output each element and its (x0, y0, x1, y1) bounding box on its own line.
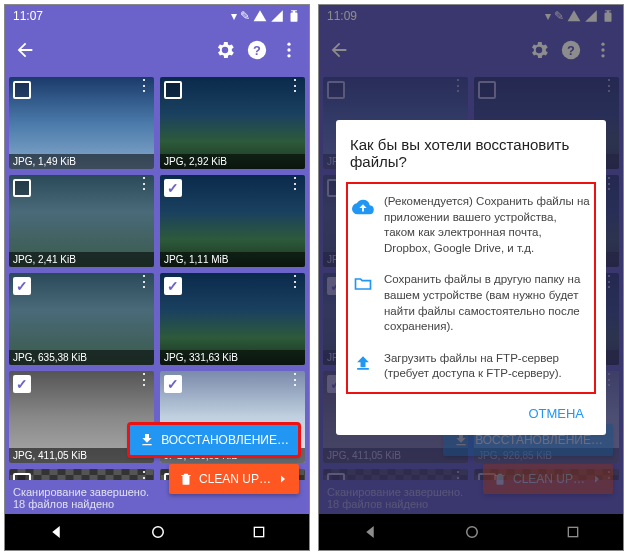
svg-point-9 (601, 43, 604, 46)
help-icon[interactable]: ? (559, 38, 583, 62)
dialog-title: Как бы вы хотели восстановить файлы? (350, 136, 592, 170)
tile-more-icon[interactable]: ⋮ (287, 179, 303, 189)
tile-more-icon[interactable]: ⋮ (287, 277, 303, 287)
status-footer: Сканирование завершено. 18 файлов найден… (319, 480, 623, 514)
status-line2: 18 файлов найдено (13, 498, 301, 510)
status-time: 11:07 (13, 9, 43, 23)
cleanup-label: CLEAN UP… (199, 472, 271, 486)
restore-label: ВОССТАНОВЛЕНИЕ… (475, 433, 603, 447)
cleanup-button[interactable]: CLEAN UP… (169, 464, 299, 494)
tile-more-icon[interactable]: ⋮ (136, 179, 152, 189)
status-line1: Сканирование завершено. (327, 486, 615, 498)
phone-right: 11:09 ▾✎ ? ⋮JPG, 1,49 KiB⋮JPG, 2,92 KiB⋮… (318, 4, 624, 551)
help-icon[interactable]: ? (245, 38, 269, 62)
gear-icon[interactable] (527, 38, 551, 62)
tile-caption: JPG, 2,41 KiB (9, 252, 154, 267)
checkbox[interactable] (164, 375, 182, 393)
svg-text:?: ? (567, 43, 575, 58)
tile-caption: JPG, 635,38 KiB (9, 350, 154, 365)
restore-dialog: Как бы вы хотели восстановить файлы? (Ре… (336, 120, 606, 434)
appbar: ? (5, 27, 309, 73)
image-tile[interactable]: ⋮JPG, 2,92 KiB (160, 77, 305, 169)
tile-more-icon[interactable]: ⋮ (136, 277, 152, 287)
image-tile[interactable]: ⋮JPG, 635,38 KiB (9, 273, 154, 365)
image-tile[interactable]: ⋮JPG, 1,49 KiB (9, 77, 154, 169)
svg-text:?: ? (253, 43, 261, 58)
image-tile[interactable]: ⋮JPG, 2,41 KiB (9, 175, 154, 267)
tile-caption: JPG, 1,11 MiB (160, 252, 305, 267)
svg-point-3 (287, 48, 290, 51)
nav-home-icon[interactable] (463, 523, 481, 541)
phone-left: 11:07 ▾✎ ? ⋮JPG, 1,49 KiB⋮JPG, 2,92 KiB⋮… (4, 4, 310, 551)
appbar: ? (319, 27, 623, 73)
upload-icon (352, 351, 374, 382)
nav-back-icon[interactable] (361, 523, 379, 541)
option-text: (Рекомендуется) Сохранить файлы на прило… (384, 194, 590, 256)
svg-point-2 (287, 43, 290, 46)
checkbox[interactable] (13, 81, 31, 99)
statusbar: 11:07 ▾✎ (5, 5, 309, 27)
restore-label: ВОССТАНОВЛЕНИЕ… (161, 433, 289, 447)
svg-rect-6 (254, 527, 263, 536)
tile-more-icon[interactable]: ⋮ (601, 81, 617, 91)
folder-icon (352, 272, 374, 334)
checkbox[interactable] (164, 81, 182, 99)
nav-recent-icon[interactable] (251, 524, 267, 540)
svg-rect-13 (568, 527, 577, 536)
checkbox[interactable] (327, 81, 345, 99)
checkbox[interactable] (164, 277, 182, 295)
dialog-options-highlight: (Рекомендуется) Сохранить файлы на прило… (346, 182, 596, 393)
image-tile[interactable]: ⋮JPG, 331,63 KiB (160, 273, 305, 365)
dialog-option-ftp[interactable]: Загрузить файлы на FTP-сервер (требует д… (350, 343, 592, 390)
tile-more-icon[interactable]: ⋮ (450, 81, 466, 91)
option-text: Загрузить файлы на FTP-сервер (требует д… (384, 351, 590, 382)
dialog-option-folder[interactable]: Сохранить файлы в другую папку на вашем … (350, 264, 592, 342)
svg-point-5 (153, 527, 164, 538)
back-icon[interactable] (13, 38, 37, 62)
tile-more-icon[interactable]: ⋮ (287, 375, 303, 385)
tile-more-icon[interactable]: ⋮ (136, 375, 152, 385)
dialog-option-cloud[interactable]: (Рекомендуется) Сохранить файлы на прило… (350, 186, 592, 264)
checkbox[interactable] (13, 375, 31, 393)
tile-more-icon[interactable]: ⋮ (287, 81, 303, 91)
checkbox[interactable] (13, 179, 31, 197)
image-tile[interactable]: ⋮JPG, 1,11 MiB (160, 175, 305, 267)
nav-home-icon[interactable] (149, 523, 167, 541)
tile-caption: JPG, 331,63 KiB (160, 350, 305, 365)
option-text: Сохранить файлы в другую папку на вашем … (384, 272, 590, 334)
restore-button[interactable]: ВОССТАНОВЛЕНИЕ… (129, 424, 299, 456)
checkbox[interactable] (478, 81, 496, 99)
status-time: 11:09 (327, 9, 357, 23)
tile-more-icon[interactable]: ⋮ (136, 81, 152, 91)
gear-icon[interactable] (213, 38, 237, 62)
checkbox[interactable] (13, 277, 31, 295)
tile-caption: JPG, 2,92 KiB (160, 154, 305, 169)
status-icons: ▾✎ (231, 9, 301, 23)
svg-point-4 (287, 54, 290, 57)
statusbar: 11:09 ▾✎ (319, 5, 623, 27)
tile-caption: JPG, 1,49 KiB (9, 154, 154, 169)
checkbox[interactable] (13, 473, 31, 480)
overflow-icon[interactable] (277, 38, 301, 62)
status-icons: ▾✎ (545, 9, 615, 23)
nav-recent-icon[interactable] (565, 524, 581, 540)
nav-back-icon[interactable] (47, 523, 65, 541)
cloud-upload-icon (352, 194, 374, 256)
dialog-cancel-button[interactable]: ОТМЕНА (520, 400, 592, 427)
svg-point-11 (601, 54, 604, 57)
navbar (5, 514, 309, 550)
image-grid: ⋮JPG, 1,49 KiB⋮JPG, 2,92 KiB⋮JPG, 2,41 K… (5, 73, 309, 480)
back-icon[interactable] (327, 38, 351, 62)
status-line2: 18 файлов найдено (327, 498, 615, 510)
svg-point-12 (467, 527, 478, 538)
checkbox[interactable] (164, 179, 182, 197)
svg-point-10 (601, 48, 604, 51)
navbar (319, 514, 623, 550)
checkbox[interactable] (327, 473, 345, 480)
overflow-icon[interactable] (591, 38, 615, 62)
